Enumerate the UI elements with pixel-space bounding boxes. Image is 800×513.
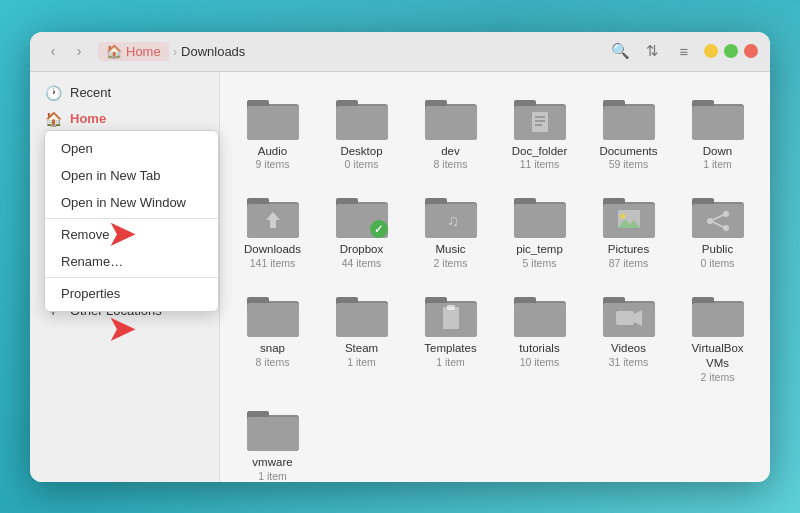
file-count-desktop: 0 items <box>345 158 379 170</box>
file-area: Audio 9 items Desktop 0 items <box>220 72 770 482</box>
file-name-doc-folder: Doc_folder <box>512 144 568 159</box>
file-item-videos[interactable]: Videos 31 items <box>588 285 669 391</box>
svg-rect-74 <box>247 417 299 451</box>
file-name-music: Music <box>435 242 465 257</box>
svg-rect-63 <box>514 303 566 337</box>
file-name-steam: Steam <box>345 341 378 356</box>
file-name-dev: dev <box>441 144 460 159</box>
svg-rect-59 <box>443 307 459 329</box>
file-count-music: 2 items <box>434 257 468 269</box>
nav-buttons: ‹ › <box>42 40 90 62</box>
svg-rect-52 <box>247 303 299 337</box>
file-count-pic-temp: 5 items <box>523 257 557 269</box>
file-count-dropbox: 44 items <box>342 257 382 269</box>
file-name-documents: Documents <box>599 144 657 159</box>
file-item-documents[interactable]: Documents 59 items <box>588 88 669 179</box>
file-count-steam: 1 item <box>347 356 376 368</box>
window-controls <box>704 44 758 58</box>
breadcrumb-home-label: Home <box>126 44 161 59</box>
file-manager-window: ‹ › 🏠 Home › Downloads 🔍 ⇅ ≡ 🕐 <box>30 32 770 482</box>
titlebar-actions: 🔍 ⇅ ≡ <box>608 39 696 63</box>
svg-point-45 <box>707 218 713 224</box>
file-item-downloads[interactable]: Downloads 141 items <box>232 186 313 277</box>
search-button[interactable]: 🔍 <box>608 39 632 63</box>
file-name-public: Public <box>702 242 733 257</box>
recent-icon: 🕐 <box>44 85 62 101</box>
file-item-down[interactable]: Down 1 item <box>677 88 758 179</box>
svg-rect-8 <box>425 106 477 140</box>
arrow-pointer-1: ➤ <box>108 215 135 253</box>
file-name-desktop: Desktop <box>340 144 382 159</box>
file-count-snap: 8 items <box>256 356 290 368</box>
svg-rect-35 <box>514 204 566 238</box>
arrow-pointer-2: ➤ <box>108 310 135 348</box>
svg-point-40 <box>620 214 625 219</box>
file-name-audio: Audio <box>258 144 287 159</box>
file-count-audio: 9 items <box>256 158 290 170</box>
sort-button[interactable]: ⇅ <box>640 39 664 63</box>
file-count-public: 0 items <box>701 257 735 269</box>
file-item-virtualbox[interactable]: VirtualBox VMs 2 items <box>677 285 758 391</box>
svg-point-46 <box>723 211 729 217</box>
file-count-downloads: 141 items <box>250 257 296 269</box>
context-open-new-window[interactable]: Open in New Window <box>45 189 218 216</box>
svg-rect-60 <box>447 305 455 310</box>
close-button[interactable] <box>744 44 758 58</box>
file-count-dev: 8 items <box>434 158 468 170</box>
context-open[interactable]: Open <box>45 135 218 162</box>
file-count-down: 1 item <box>703 158 732 170</box>
forward-button[interactable]: › <box>68 40 90 62</box>
svg-rect-55 <box>336 303 388 337</box>
file-name-tutorials: tutorials <box>519 341 559 356</box>
context-open-new-tab[interactable]: Open in New Tab <box>45 162 218 189</box>
svg-rect-44 <box>692 204 744 238</box>
file-item-pic-temp[interactable]: pic_temp 5 items <box>499 186 580 277</box>
file-item-snap[interactable]: snap 8 items <box>232 285 313 391</box>
file-item-desktop[interactable]: Desktop 0 items <box>321 88 402 179</box>
context-properties[interactable]: Properties <box>45 280 218 307</box>
svg-rect-12 <box>532 112 548 132</box>
sidebar-item-home[interactable]: 🏠 Home <box>30 106 219 132</box>
file-item-vmware[interactable]: vmware 1 item <box>232 399 313 481</box>
breadcrumb-separator: › <box>173 44 177 59</box>
file-name-vmware: vmware <box>252 455 292 470</box>
file-item-tutorials[interactable]: tutorials 10 items <box>499 285 580 391</box>
main-content: 🕐 Recent 🏠 Home Open Open in New Tab Ope… <box>30 72 770 482</box>
sidebar-item-recent[interactable]: 🕐 Recent <box>30 80 219 106</box>
svg-rect-18 <box>603 106 655 140</box>
file-item-pictures[interactable]: Pictures 87 items <box>588 186 669 277</box>
file-count-videos: 31 items <box>609 356 649 368</box>
maximize-button[interactable] <box>724 44 738 58</box>
file-item-steam[interactable]: Steam 1 item <box>321 285 402 391</box>
svg-rect-21 <box>692 106 744 140</box>
file-name-pic-temp: pic_temp <box>516 242 563 257</box>
file-name-downloads: Downloads <box>244 242 301 257</box>
file-item-templates[interactable]: Templates 1 item <box>410 285 491 391</box>
back-button[interactable]: ‹ <box>42 40 64 62</box>
file-item-dev[interactable]: dev 8 items <box>410 88 491 179</box>
minimize-button[interactable] <box>704 44 718 58</box>
file-count-doc-folder: 11 items <box>520 158 560 170</box>
file-name-pictures: Pictures <box>608 242 650 257</box>
file-count-pictures: 87 items <box>609 257 649 269</box>
file-name-down: Down <box>703 144 732 159</box>
sidebar-item-home-label: Home <box>70 111 106 126</box>
file-count-templates: 1 item <box>436 356 465 368</box>
breadcrumb-home[interactable]: 🏠 Home <box>98 42 169 61</box>
breadcrumb-current: Downloads <box>181 44 245 59</box>
svg-rect-71 <box>692 303 744 337</box>
context-divider-2 <box>45 277 218 278</box>
file-name-virtualbox: VirtualBox VMs <box>681 341 754 371</box>
titlebar: ‹ › 🏠 Home › Downloads 🔍 ⇅ ≡ <box>30 32 770 72</box>
svg-rect-5 <box>336 106 388 140</box>
home-sidebar-icon: 🏠 <box>44 111 62 127</box>
svg-point-47 <box>723 225 729 231</box>
file-item-music[interactable]: ♫ Music 2 items <box>410 186 491 277</box>
file-item-dropbox[interactable]: ✓ Dropbox 44 items <box>321 186 402 277</box>
svg-rect-2 <box>247 106 299 140</box>
file-item-audio[interactable]: Audio 9 items <box>232 88 313 179</box>
file-item-public[interactable]: Public 0 items <box>677 186 758 277</box>
menu-button[interactable]: ≡ <box>672 39 696 63</box>
file-item-doc-folder[interactable]: Doc_folder 11 items <box>499 88 580 179</box>
breadcrumb: 🏠 Home › Downloads <box>98 42 608 61</box>
